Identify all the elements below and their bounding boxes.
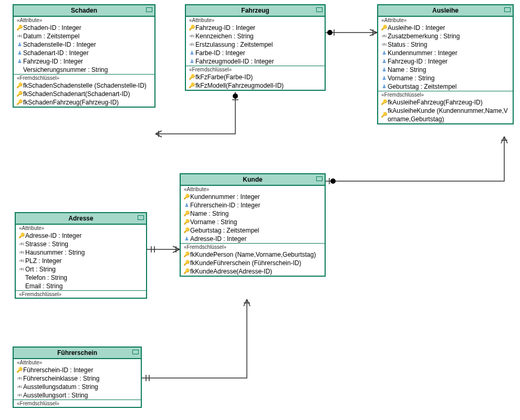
svg-line-23 [173, 246, 180, 249]
fk-icon: 🔑 [380, 98, 388, 107]
svg-point-3 [233, 93, 238, 99]
notnull-icon: nN [16, 391, 23, 400]
entity-title: Fahrzeug [241, 7, 269, 14]
pk-icon: 🔑 [16, 366, 23, 374]
attr-row: 🔑Vorname : String [181, 218, 325, 226]
entity-header: Fahrzeug [186, 5, 325, 17]
fk-row: 🔑fkSchadenSchadenart(Schadenart-ID) [14, 90, 154, 98]
fk-row: 🔑fkSchadenSchadenstelle (Schadenstelle-I… [14, 81, 154, 90]
stereotype-attribute: «Attribute» [378, 17, 513, 24]
attr-row: ♟Fahrzeugmodell-ID : Integer [186, 57, 325, 66]
svg-line-24 [173, 249, 180, 253]
attr-row: ♟Adresse-ID : Integer [181, 235, 325, 243]
fk-row: 🔑fkKundeAdresse(Adresse-ID) [181, 267, 325, 276]
fk-icon: 🔑 [16, 90, 23, 98]
entity-fuehrerschein[interactable]: Führerschein «Attribute» 🔑Führerschein-I… [13, 346, 142, 408]
stereotype-fk: «Fremdschlüssel» [14, 400, 141, 407]
entity-header: Kunde [181, 174, 325, 186]
attr-row: ♟Geburtstag : Zeitstempel [378, 82, 513, 91]
entity-ausleihe[interactable]: Ausleihe «Attribute» 🔑Ausleihe-ID : Inte… [377, 4, 514, 124]
attr-row: nNKennzeichen : String [186, 32, 325, 40]
stereotype-fk: «Fremdschlüssel» [181, 244, 325, 250]
notnull-icon: nN [16, 32, 23, 40]
attr-row: 🔑Führerschein-ID : Integer [14, 366, 141, 374]
svg-line-17 [244, 299, 247, 306]
attr-row: ♟Name : String [378, 66, 513, 74]
entity-schaden[interactable]: Schaden «Attribute» 🔑Schaden-ID : Intege… [13, 4, 155, 108]
collapse-icon [138, 215, 144, 220]
stereotype-fk: «Fremdschlüssel» [186, 66, 325, 73]
stereotype-fk: «Fremdschlüssel» [16, 291, 146, 298]
notnull-icon: nN [18, 240, 25, 248]
pk-icon: 🔑 [183, 193, 190, 201]
notnull-icon: nN [18, 257, 25, 265]
attr-row: ♟Vorname : String [378, 74, 513, 82]
svg-line-10 [370, 33, 377, 36]
collapse-icon [316, 7, 323, 12]
notnull-icon: nN [18, 248, 25, 257]
fk-icon: 🔑 [183, 267, 190, 276]
fkref-icon: ♟ [380, 82, 388, 91]
attr-row: nNZusatzbemerkung : String [378, 32, 513, 40]
attr-row: nNOrt : String [16, 265, 146, 274]
svg-line-18 [247, 299, 250, 306]
attribute-list: 🔑Adresse-ID : Integer nNStrasse : String… [16, 232, 146, 290]
fk-icon: 🔑 [183, 259, 190, 267]
attr-row: ♟Kundennummer : Integer [378, 49, 513, 57]
notnull-icon: nN [16, 374, 23, 383]
stereotype-attribute: «Attribute» [186, 17, 325, 24]
attr-row: Versicherungsnummer : String [14, 66, 154, 74]
fk-list: 🔑fkKundePerson (Name,Vorname,Geburtstag)… [181, 250, 325, 276]
stereotype-attribute: «Attribute» [14, 17, 154, 24]
attr-row: nNFührerscheinklasse : String [14, 374, 141, 383]
attribute-list: 🔑Ausleihe-ID : Integer nNZusatzbemerkung… [378, 24, 513, 91]
attr-row: 🔑Ausleihe-ID : Integer [378, 24, 513, 32]
notnull-icon: nN [16, 383, 23, 391]
entity-adresse[interactable]: Adresse «Attribute» 🔑Adresse-ID : Intege… [15, 212, 147, 299]
collapse-icon [146, 7, 152, 12]
fk-row: 🔑fkAusleiheFahrzeug(Fahrzeug-ID) [378, 98, 513, 107]
attr-row: ♟Führerschein-ID : Integer [181, 201, 325, 209]
fkref-icon: ♟ [16, 57, 23, 66]
entity-header: Schaden [14, 5, 154, 17]
fk-row: 🔑fkKundePerson (Name,Vorname,Geburtstag) [181, 250, 325, 259]
attr-row: 🔑Schaden-ID : Integer [14, 24, 154, 32]
fk-row: 🔑fkSchadenFahrzeug(Fahrzeug-ID) [14, 98, 154, 107]
entity-fahrzeug[interactable]: Fahrzeug «Attribute» 🔑Fahrzeug-ID : Inte… [185, 4, 326, 91]
collapse-icon [504, 7, 511, 12]
fk-row: 🔑fkFzModell(Fahrzeugmodell-ID) [186, 81, 325, 90]
attr-row: nNPLZ : Integer [16, 257, 146, 265]
pk-icon: 🔑 [16, 24, 23, 32]
fk-icon: 🔑 [188, 73, 195, 81]
notnull-icon: nN [380, 40, 388, 49]
notnull-icon: nN [380, 32, 388, 40]
entity-title: Ausleihe [432, 7, 459, 14]
pk-icon: 🔑 [188, 24, 195, 32]
entity-kunde[interactable]: Kunde «Attribute» 🔑Kundennummer : Intege… [180, 173, 326, 277]
entity-title: Adresse [68, 215, 93, 222]
stereotype-fk: «Fremdschlüssel» [14, 75, 154, 81]
attr-row: nNAusstellungsdatum : String [14, 383, 141, 391]
entity-header: Ausleihe [378, 5, 513, 17]
fkref-icon: ♟ [188, 49, 195, 57]
attribute-list: 🔑Fahrzeug-ID : Integer nNKennzeichen : S… [186, 24, 325, 66]
entity-title: Schaden [71, 7, 97, 14]
stereotype-attribute: «Attribute» [14, 359, 141, 366]
pk2-icon: 🔑 [183, 218, 190, 226]
fk-list: 🔑fkSchadenSchadenstelle (Schadenstelle-I… [14, 81, 154, 107]
attribute-list: 🔑Kundennummer : Integer ♟Führerschein-ID… [181, 193, 325, 243]
fk-list: 🔑fkFzFarbe(Farbe-ID) 🔑fkFzModell(Fahrzeu… [186, 73, 325, 90]
fk-icon: 🔑 [16, 98, 23, 107]
fkref-icon: ♟ [380, 74, 388, 82]
attr-row: nNStrasse : String [16, 240, 146, 248]
attr-row: Telefon : String [16, 274, 146, 282]
svg-line-2 [155, 134, 162, 137]
stereotype-fk: «Fremdschlüssel» [378, 91, 513, 98]
attr-row: nNHausnummer : String [16, 248, 146, 257]
attribute-list: 🔑Schaden-ID : Integer nNDatum : Zeitstem… [14, 24, 154, 74]
notnull-icon: nN [188, 32, 195, 40]
attr-row: Email : String [16, 282, 146, 290]
attr-row: nNAusstellungsort : String [14, 391, 141, 400]
svg-line-1 [155, 131, 162, 134]
fkref-icon: ♟ [183, 235, 190, 243]
